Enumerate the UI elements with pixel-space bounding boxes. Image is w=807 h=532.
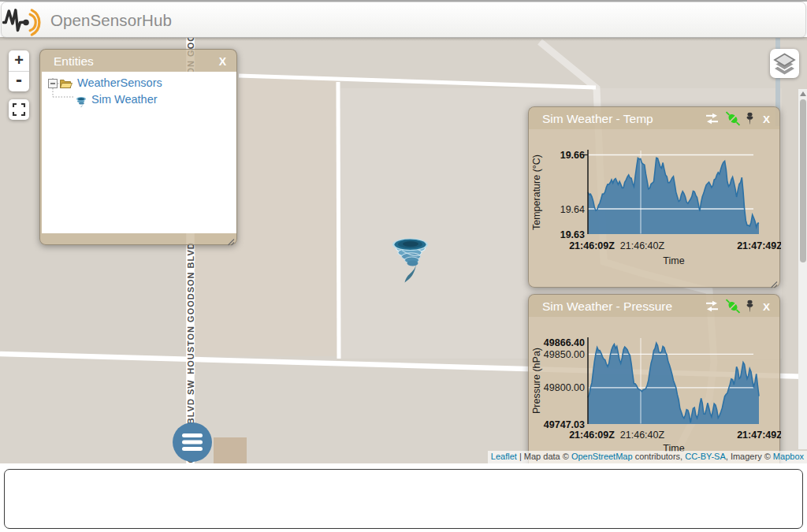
svg-text:21:47:49Z: 21:47:49Z	[737, 240, 781, 251]
svg-text:49850.00: 49850.00	[544, 349, 585, 360]
svg-text:21:46:40Z: 21:46:40Z	[620, 240, 665, 251]
svg-text:49747.03: 49747.03	[544, 419, 585, 430]
svg-text:21:47:49Z: 21:47:49Z	[737, 430, 781, 441]
svg-text:21:46:09Z: 21:46:09Z	[569, 430, 615, 441]
svg-text:HOUSTON GOODSON BLVD: HOUSTON GOODSON BLVD	[186, 242, 195, 374]
svg-text:Time: Time	[663, 255, 684, 266]
svg-text:49800.00: 49800.00	[544, 382, 585, 393]
svg-text:21:46:40Z: 21:46:40Z	[620, 430, 665, 441]
svg-text:19.64: 19.64	[560, 204, 585, 215]
svg-text:Pressure (hPa): Pressure (hPa)	[531, 348, 542, 414]
svg-text:19.63: 19.63	[560, 229, 585, 240]
svg-text:19.66: 19.66	[560, 150, 585, 161]
svg-text:21:46:09Z: 21:46:09Z	[569, 240, 615, 251]
svg-text:Temperature (°C): Temperature (°C)	[531, 154, 542, 230]
svg-text:49866.40: 49866.40	[544, 337, 585, 348]
